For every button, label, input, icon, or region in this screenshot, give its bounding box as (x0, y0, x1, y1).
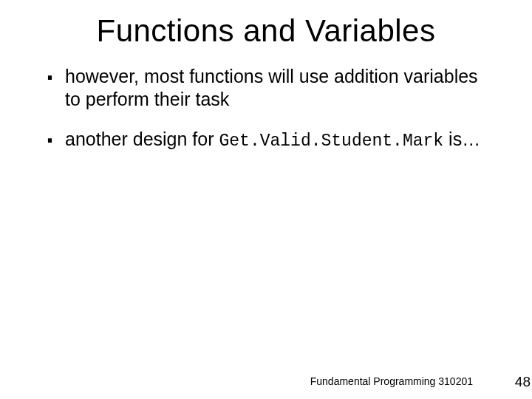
footer-text: Fundamental Programming 310201 (310, 375, 473, 387)
bullet-text-post: is… (443, 129, 480, 149)
page-number: 48 (515, 374, 531, 390)
bullet-text: however, most functions will use additio… (65, 66, 478, 109)
code-text: Get.Valid.Student.Mark (219, 132, 443, 151)
bullet-item: however, most functions will use additio… (44, 65, 488, 112)
bullet-text-pre: another design for (65, 129, 219, 149)
bullet-list: however, most functions will use additio… (44, 65, 488, 151)
bullet-item: another design for Get.Valid.Student.Mar… (44, 128, 488, 152)
slide: Functions and Variables however, most fu… (0, 0, 532, 399)
slide-title: Functions and Variables (0, 0, 532, 49)
